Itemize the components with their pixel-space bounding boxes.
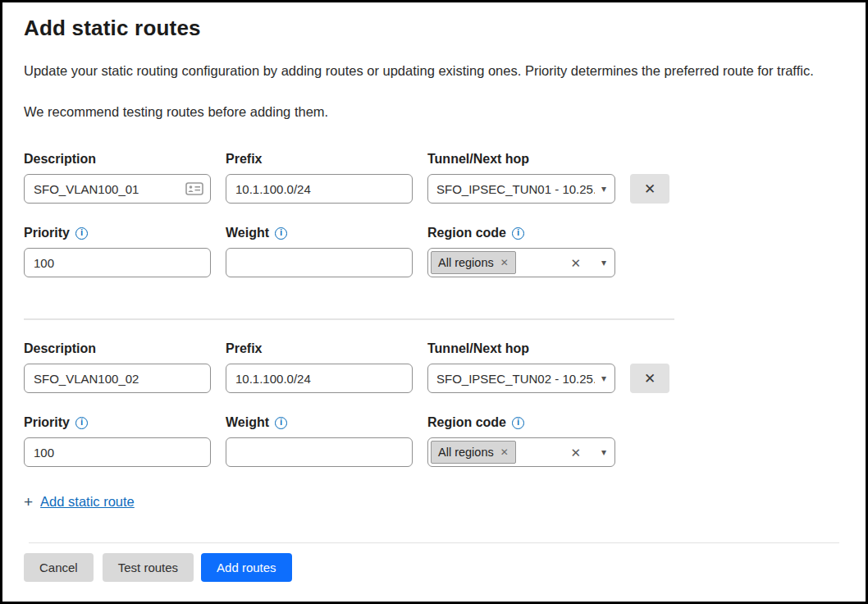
- region-code-field: Region code i All regions ✕ ✕ ▾: [427, 414, 615, 467]
- region-tag-chip: All regions ✕: [431, 251, 516, 274]
- routes-form: Description: [24, 151, 844, 510]
- clear-selection-icon[interactable]: ✕: [570, 257, 581, 269]
- info-icon[interactable]: i: [275, 417, 287, 429]
- description-label: Description: [24, 341, 96, 356]
- info-icon[interactable]: i: [75, 417, 88, 429]
- region-tag-label: All regions: [438, 256, 494, 269]
- tunnel-selected-value: SFO_IPSEC_TUN02 - 10.25...: [436, 372, 595, 386]
- add-static-route-link[interactable]: Add static route: [40, 494, 135, 510]
- weight-label: Weight: [226, 415, 269, 430]
- description-input[interactable]: [24, 364, 211, 393]
- region-code-label: Region code: [427, 226, 506, 240]
- weight-input[interactable]: [226, 248, 413, 277]
- tunnel-label: Tunnel/Next hop: [427, 152, 529, 167]
- weight-field: Weight i: [226, 225, 413, 277]
- remove-tag-icon[interactable]: ✕: [500, 447, 509, 457]
- weight-input[interactable]: [226, 437, 413, 467]
- description-field: Description: [24, 151, 211, 204]
- close-icon: ✕: [644, 372, 656, 386]
- footer-divider: [29, 542, 839, 543]
- priority-label: Priority: [24, 415, 70, 430]
- tunnel-field: Tunnel/Next hop SFO_IPSEC_TUN02 - 10.25.…: [427, 341, 615, 393]
- clear-selection-icon[interactable]: ✕: [570, 446, 581, 459]
- priority-label: Priority: [24, 226, 70, 240]
- delete-route-button[interactable]: ✕: [630, 174, 669, 204]
- dialog-footer: Cancel Test routes Add routes: [2, 542, 866, 602]
- note-text: We recommend testing routes before addin…: [24, 104, 844, 120]
- chevron-down-icon: ▾: [601, 184, 606, 194]
- prefix-field: Prefix: [226, 341, 413, 393]
- close-icon: ✕: [644, 182, 656, 196]
- region-tag-label: All regions: [438, 446, 494, 459]
- chevron-down-icon: ▾: [601, 258, 606, 268]
- route-divider: [24, 318, 674, 320]
- prefix-label: Prefix: [226, 152, 262, 167]
- cancel-button[interactable]: Cancel: [24, 553, 94, 582]
- description-input[interactable]: [24, 174, 211, 204]
- tunnel-field: Tunnel/Next hop SFO_IPSEC_TUN01 - 10.25.…: [427, 151, 615, 204]
- priority-field: Priority i: [24, 414, 211, 467]
- plus-icon: +: [24, 494, 33, 510]
- remove-tag-icon[interactable]: ✕: [500, 258, 509, 268]
- region-code-label: Region code: [427, 415, 506, 430]
- route-block-1: Description: [24, 151, 844, 277]
- weight-label: Weight: [226, 226, 269, 240]
- tunnel-select[interactable]: SFO_IPSEC_TUN01 - 10.25... ▾: [427, 174, 615, 204]
- weight-field: Weight i: [226, 414, 413, 467]
- info-icon[interactable]: i: [512, 417, 524, 429]
- region-tag-chip: All regions ✕: [431, 441, 516, 464]
- chevron-down-icon: ▾: [601, 373, 606, 383]
- delete-route-button[interactable]: ✕: [630, 364, 669, 393]
- test-routes-button[interactable]: Test routes: [103, 553, 194, 582]
- info-icon[interactable]: i: [75, 227, 88, 240]
- priority-input[interactable]: [24, 248, 211, 277]
- priority-input[interactable]: [24, 437, 211, 467]
- add-routes-button[interactable]: Add routes: [201, 553, 292, 582]
- intro-text: Update your static routing configuration…: [24, 63, 844, 79]
- region-code-select[interactable]: All regions ✕ ✕ ▾: [427, 437, 615, 467]
- description-field: Description: [24, 341, 211, 393]
- description-label: Description: [24, 152, 96, 167]
- region-code-field: Region code i All regions ✕ ✕ ▾: [427, 225, 615, 277]
- add-static-route-row: + Add static route: [24, 494, 844, 510]
- prefix-field: Prefix: [226, 151, 413, 204]
- prefix-label: Prefix: [226, 341, 262, 356]
- region-code-select[interactable]: All regions ✕ ✕ ▾: [427, 248, 615, 277]
- tunnel-label: Tunnel/Next hop: [427, 341, 529, 356]
- add-static-routes-dialog: Add static routes /* placeholder removed…: [0, 0, 868, 604]
- chevron-down-icon: ▾: [601, 447, 606, 457]
- info-icon[interactable]: i: [512, 227, 524, 240]
- tunnel-selected-value: SFO_IPSEC_TUN01 - 10.25...: [436, 182, 595, 196]
- priority-field: Priority i: [24, 225, 211, 277]
- route-block-2: Description Prefix Tunnel/Next hop SFO_I…: [24, 341, 844, 467]
- prefix-input[interactable]: [226, 364, 413, 393]
- page-title: Add static routes: [24, 16, 844, 41]
- tunnel-select[interactable]: SFO_IPSEC_TUN02 - 10.25... ▾: [427, 364, 615, 393]
- prefix-input[interactable]: [226, 174, 413, 204]
- info-icon[interactable]: i: [275, 227, 287, 240]
